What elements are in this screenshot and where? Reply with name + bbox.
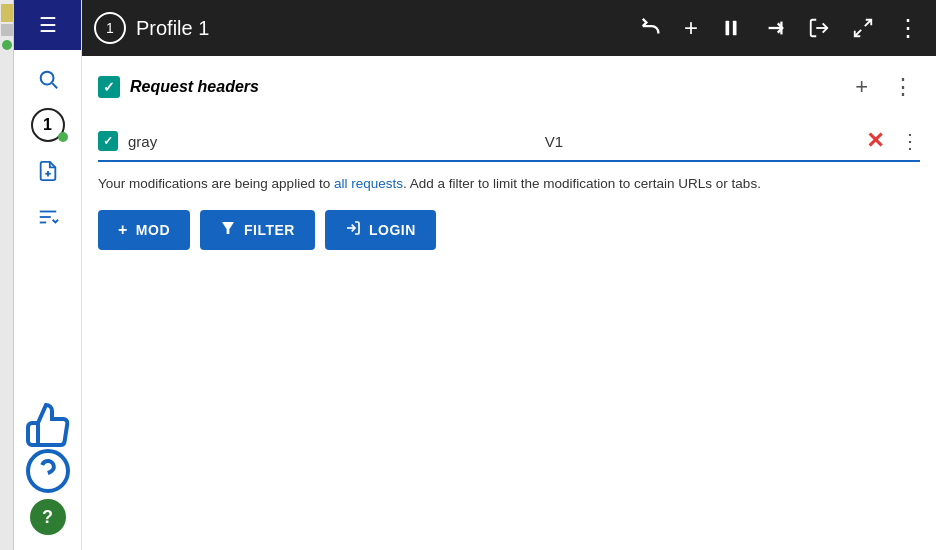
row-checkbox[interactable]	[98, 131, 118, 151]
login-label: LOGIN	[369, 222, 416, 238]
sidebar-item-thumbsup[interactable]	[24, 404, 72, 446]
thumbsup-icon	[24, 401, 72, 449]
strip-item-2	[1, 24, 13, 36]
hamburger-menu-button[interactable]: ☰	[14, 0, 81, 50]
info-message: Your modifications are being applied to …	[98, 174, 920, 194]
mod-icon: +	[118, 221, 128, 239]
mod-label: MOD	[136, 222, 170, 238]
header-profile-circle: 1	[94, 12, 126, 44]
login-button[interactable]: LOGIN	[325, 210, 436, 250]
filter-icon	[220, 220, 236, 240]
mod-button[interactable]: + MOD	[98, 210, 190, 250]
svg-line-1	[52, 83, 57, 88]
forward-icon	[764, 17, 786, 39]
header-bar: 1 Profile 1 +	[82, 0, 936, 56]
section-header-actions: + ⋮	[849, 72, 920, 102]
header-row: gray V1 ✕ ⋮	[98, 122, 920, 162]
add-header-button[interactable]: +	[849, 72, 874, 102]
request-headers-section: Request headers + ⋮	[98, 72, 920, 110]
action-buttons-group: + MOD FILTER LOG	[98, 210, 920, 250]
sidebar-bottom-nav: ?	[14, 404, 81, 550]
svg-rect-10	[733, 21, 737, 36]
expand-icon	[852, 17, 874, 39]
info-text-before: Your modifications are being applied to	[98, 176, 334, 191]
active-status-dot	[58, 132, 68, 142]
strip-check	[2, 40, 12, 50]
svg-marker-14	[222, 222, 234, 234]
filter-button[interactable]: FILTER	[200, 210, 315, 250]
undo-icon	[640, 17, 662, 39]
search-icon	[37, 68, 59, 90]
pause-icon	[720, 17, 742, 39]
svg-point-0	[40, 72, 53, 85]
document-add-icon	[37, 160, 59, 182]
hamburger-icon: ☰	[39, 15, 57, 35]
sort-icon	[37, 206, 59, 228]
info-text-after: . Add a filter to limit the modification…	[403, 176, 761, 191]
row-key: gray	[128, 133, 248, 150]
sidebar-item-search[interactable]	[24, 58, 72, 100]
add-button[interactable]: +	[680, 10, 702, 46]
help-circle-icon	[24, 447, 72, 495]
svg-rect-9	[726, 21, 730, 36]
login-icon	[345, 220, 361, 240]
strip-item-1	[1, 4, 13, 22]
sidebar-item-help[interactable]	[24, 450, 72, 492]
row-value: V1	[258, 133, 850, 150]
row-more-button[interactable]: ⋮	[900, 129, 920, 153]
svg-line-12	[865, 20, 871, 26]
expand-button[interactable]	[848, 13, 878, 43]
pause-button[interactable]	[716, 13, 746, 43]
sidebar-item-doc-add[interactable]	[24, 150, 72, 192]
sidebar: ☰ 1	[14, 0, 82, 550]
svg-line-13	[855, 30, 861, 36]
sidebar-item-profile[interactable]: 1	[24, 104, 72, 146]
undo-button[interactable]	[636, 13, 666, 43]
filter-label: FILTER	[244, 222, 295, 238]
row-delete-button[interactable]: ✕	[860, 128, 890, 154]
exit-button[interactable]	[804, 13, 834, 43]
browser-edge-strip	[0, 0, 14, 550]
sidebar-nav: 1	[14, 50, 81, 246]
info-text-highlight: all requests	[334, 176, 403, 191]
header-controls: +	[636, 10, 924, 46]
main-content: 1 Profile 1 +	[82, 0, 936, 550]
sidebar-item-sort[interactable]	[24, 196, 72, 238]
request-headers-checkbox[interactable]	[98, 76, 120, 98]
signin-icon	[345, 220, 361, 236]
content-area: Request headers + ⋮ gray V1 ✕ ⋮ Your mod…	[82, 56, 936, 550]
funnel-icon	[220, 220, 236, 236]
header-title: Profile 1	[136, 17, 626, 40]
section-title: Request headers	[130, 78, 849, 96]
forward-button[interactable]	[760, 13, 790, 43]
section-more-button[interactable]: ⋮	[886, 72, 920, 102]
question-bubble-icon: ?	[30, 499, 66, 535]
header-more-button[interactable]: ⋮	[892, 10, 924, 46]
sidebar-item-help-chat[interactable]: ?	[24, 496, 72, 538]
exit-icon	[808, 17, 830, 39]
